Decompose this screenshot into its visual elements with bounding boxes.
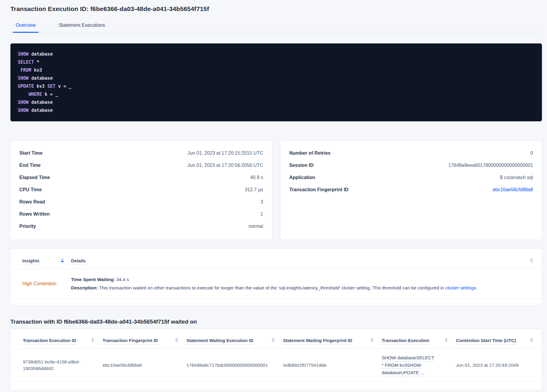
summary-label: Rows Read <box>19 199 45 205</box>
caret-down-icon <box>445 341 448 342</box>
sql-line: SELECT * <box>18 58 535 66</box>
summary-label: Priority <box>19 224 36 229</box>
summary-value: 1 <box>260 211 263 217</box>
time-spent-waiting-line: Time Spent Waiting: 34.4 s <box>71 277 533 282</box>
column-header-statement-waiting-fingerprint-id[interactable]: Statement Waiting Fingerprint ID <box>283 338 382 343</box>
summary-row: Prioritynormal <box>19 220 263 232</box>
waited-on-table: Transaction Execution IDTransaction Fing… <box>10 329 542 390</box>
summary-label: Start Time <box>19 150 43 156</box>
sql-text: kv3 <box>34 84 47 89</box>
summary-label: Application <box>289 175 315 180</box>
column-header-label: Statement Waiting Fingerprint ID <box>283 338 352 343</box>
cell-statement-waiting-execution-id: 176498a9c717bdc80000000000000001 <box>186 362 283 369</box>
caret-up-icon <box>530 338 533 340</box>
sql-line: UPDATE kv3 SET v = _ <box>18 82 535 90</box>
summary-value: 17648a9eea6017800000000000000001 <box>448 163 533 168</box>
sql-keyword: SHOW <box>18 100 29 105</box>
cell-contention-start-time: Jun 01, 2023 at 17:20:49:2049 <box>456 362 533 369</box>
caret-up-icon <box>530 258 533 260</box>
tab-overview[interactable]: Overview <box>13 23 39 32</box>
sql-text: v = _ <box>55 84 71 89</box>
transaction-execution-link[interactable]: SHOW databaseSELECT * FROM kv3SHOW datab… <box>382 354 456 376</box>
sql-line: WHERE k = _ <box>18 90 535 98</box>
description-label: Description: <box>71 285 98 290</box>
sql-line: SHOW database <box>18 106 535 115</box>
page-title: Transaction Execution ID: f6be6366-da03-… <box>10 5 542 12</box>
high-contention-badge: High Contention <box>22 281 56 286</box>
insights-column-header-cell[interactable]: Insights <box>19 258 64 263</box>
sql-line: SHOW database <box>18 74 535 82</box>
summary-cards-row: Start TimeJun 01, 2023 at 17:20:15:2015 … <box>10 140 542 240</box>
sql-text: k = _ <box>42 92 58 97</box>
caret-down-icon <box>272 341 275 342</box>
sql-text: database <box>29 108 53 113</box>
sql-text <box>18 68 21 73</box>
sort-icon <box>91 338 94 342</box>
sql-text: kv3 <box>31 68 42 73</box>
transaction-details-page: Transaction Execution ID: f6be6366-da03-… <box>0 0 547 390</box>
insights-column-header: Insights <box>22 258 40 263</box>
summary-label: CPU Time <box>19 187 42 192</box>
summary-label: Rows Written <box>19 211 50 217</box>
column-header-statement-waiting-execution-id[interactable]: Statement Waiting Execution ID <box>186 338 283 343</box>
summary-card-session: Number of Retries0Session ID17648a9eea60… <box>280 140 542 240</box>
summary-row: End TimeJun 01, 2023 at 17:20:56:2056 UT… <box>19 159 263 171</box>
caret-down-icon <box>530 261 533 263</box>
sql-text: database <box>29 100 53 105</box>
summary-value: Jun 01, 2023 at 17:20:56:2056 UTC <box>188 163 263 168</box>
insight-row: High Contention Time Spent Waiting: 34.4… <box>10 269 542 299</box>
tab-bar: Overview Statement Executions <box>10 23 542 32</box>
column-header-label: Transaction Execution ID <box>23 338 76 343</box>
caret-down-icon <box>61 261 64 263</box>
caret-up-icon <box>272 338 275 340</box>
sql-statements-box: SHOW databaseSELECT * FROM kv3SHOW datab… <box>10 43 542 121</box>
summary-label: Elapsed Time <box>19 175 50 180</box>
sql-keyword: SELECT <box>18 59 34 65</box>
summary-value: 40.9 s <box>250 175 263 180</box>
insights-table: Insights Details High Contention Time Sp… <box>10 249 542 305</box>
summary-row: Number of Retries0 <box>289 147 533 159</box>
cell-statement-waiting-fingerprint-id: \xdb8922f077541dda <box>283 362 382 369</box>
caret-up-icon <box>91 338 94 340</box>
column-header-transaction-execution-id[interactable]: Transaction Execution ID <box>19 338 103 343</box>
sql-line: FROM kv3 <box>18 66 535 74</box>
sql-keyword: WHERE <box>29 92 42 97</box>
summary-row: Rows Written1 <box>19 208 263 220</box>
summary-value: Jun 01, 2023 at 17:20:15:2015 UTC <box>188 150 263 156</box>
cluster-settings-link[interactable]: cluster settings <box>445 285 476 290</box>
summary-row: Elapsed Time40.9 s <box>19 171 263 184</box>
sort-icon <box>530 258 533 263</box>
summary-value: $ cockroach sql <box>500 175 533 180</box>
summary-row: Start TimeJun 01, 2023 at 17:20:15:2015 … <box>19 147 263 159</box>
caret-up-icon <box>61 258 64 260</box>
summary-row: Application$ cockroach sql <box>289 171 533 184</box>
column-header-transaction-fingerprint-id[interactable]: Transaction Fingerprint ID <box>103 338 186 343</box>
details-column-header[interactable]: Details <box>71 258 86 263</box>
sql-keyword: SHOW <box>18 76 29 81</box>
waited-on-table-row: 9738d051-bc0e-4158-a9b4-1903586ddd42ebc1… <box>10 349 542 382</box>
summary-label: Session ID <box>289 163 314 168</box>
column-header-label: Transaction Fingerprint ID <box>103 338 158 343</box>
transaction-fingerprint-id-link[interactable]: ebc10ae56cfd88a8 <box>493 187 533 192</box>
sql-line: SHOW database <box>18 98 535 106</box>
column-header-label: Contention Start Time (UTC) <box>456 338 516 343</box>
summary-label: Transaction Fingerprint ID <box>289 187 348 192</box>
sql-text: database <box>29 51 53 57</box>
column-header-contention-start-time[interactable]: Contention Start Time (UTC) <box>456 338 533 343</box>
summary-value: 3 <box>260 199 263 205</box>
caret-up-icon <box>370 338 373 340</box>
sort-icon <box>175 338 178 342</box>
sql-line: SHOW database <box>18 50 535 58</box>
cell-transaction-fingerprint-id: ebc10ae56cfd88a8 <box>103 362 186 369</box>
summary-label: End Time <box>19 163 41 168</box>
tab-statement-executions[interactable]: Statement Executions <box>56 23 108 32</box>
summary-value: 0 <box>530 150 533 156</box>
caret-down-icon <box>175 341 178 342</box>
sort-icon <box>445 338 448 342</box>
cell-transaction-execution-id: 9738d051-bc0e-4158-a9b4-1903586ddd42 <box>19 359 103 372</box>
column-header-transaction-execution[interactable]: Transaction Execution <box>382 338 456 343</box>
summary-card-times: Start TimeJun 01, 2023 at 17:20:15:2015 … <box>10 140 272 240</box>
sort-icon <box>530 338 533 342</box>
sql-keyword: SHOW <box>18 51 29 57</box>
sql-text: database <box>29 76 53 81</box>
